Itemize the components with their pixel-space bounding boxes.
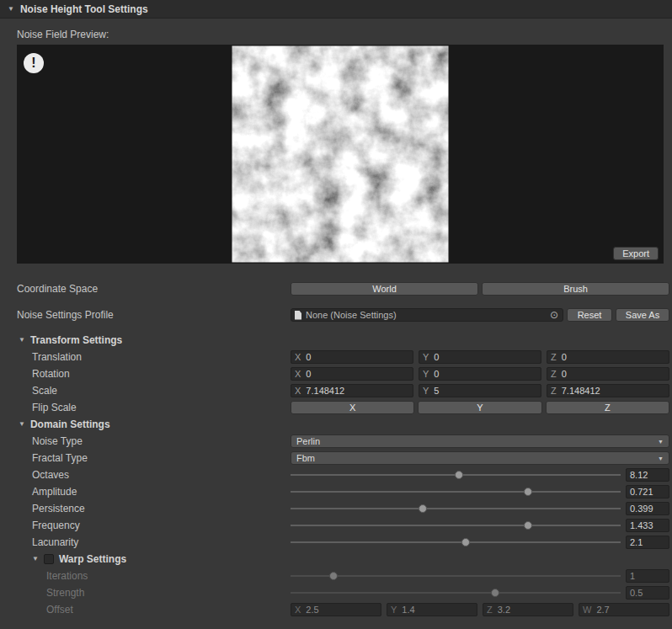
fractal-type-dropdown[interactable]: Fbm ▼	[291, 451, 669, 465]
fractal-type-label: Fractal Type	[17, 452, 291, 464]
octaves-value-field[interactable]: 8.12	[626, 468, 669, 482]
object-picker-icon[interactable]: ⊙	[548, 310, 560, 320]
slider-track[interactable]	[291, 525, 621, 526]
offset-x-value: 2.5	[306, 605, 318, 615]
slider-track[interactable]	[291, 508, 621, 509]
slider-thumb[interactable]	[419, 504, 427, 513]
slider-track[interactable]	[291, 541, 621, 543]
slider-thumb[interactable]	[524, 521, 532, 530]
translation-y-value: 0	[434, 352, 439, 362]
rotation-x-value: 0	[306, 369, 311, 379]
iterations-value-field: 1	[626, 569, 669, 583]
persistence-slider[interactable]	[291, 502, 621, 515]
brush-button[interactable]: Brush	[482, 282, 669, 296]
slider-thumb	[329, 572, 338, 580]
strength-label: Strength	[17, 587, 291, 599]
noise-type-value: Perlin	[296, 436, 320, 446]
warp-settings-title: Warp Settings	[59, 553, 126, 565]
rotation-z-field[interactable]: Z0	[547, 367, 669, 381]
flip-y-button[interactable]: Y	[418, 401, 541, 414]
offset-z-value: 3.2	[498, 605, 510, 615]
foldout-icon[interactable]: ▼	[8, 6, 14, 13]
save-as-button[interactable]: Save As	[616, 308, 669, 322]
profile-row: Noise Settings Profile None (Noise Setti…	[0, 307, 672, 323]
scale-z-value: 7.148412	[562, 386, 600, 396]
offset-y-field: Y1.4	[387, 603, 477, 616]
axis-z-label: Z	[551, 386, 557, 396]
scale-y-field[interactable]: Y5	[419, 384, 541, 397]
translation-x-field[interactable]: X0	[291, 350, 413, 364]
fractal-type-value: Fbm	[296, 453, 315, 463]
domain-settings-header: ▼ Domain Settings	[0, 416, 672, 433]
export-button[interactable]: Export	[613, 247, 659, 260]
scale-z-field[interactable]: Z7.148412	[547, 384, 669, 397]
flip-scale-label: Flip Scale	[17, 402, 291, 413]
strength-slider	[291, 586, 621, 600]
strength-value-field: 0.5	[626, 586, 669, 600]
noise-type-dropdown[interactable]: Perlin ▼	[291, 434, 669, 448]
axis-w-label: W	[583, 605, 591, 615]
foldout-icon[interactable]: ▼	[19, 421, 25, 428]
axis-y-label: Y	[423, 369, 429, 379]
octaves-label: Octaves	[17, 469, 291, 481]
scale-x-value: 7.148412	[306, 386, 344, 396]
panel-title: Noise Height Tool Settings	[20, 3, 148, 15]
amplitude-value-field[interactable]: 0.721	[626, 485, 669, 498]
slider-thumb[interactable]	[524, 488, 532, 496]
object-field-value: None (Noise Settings)	[306, 310, 397, 320]
rotation-y-field[interactable]: Y0	[419, 367, 541, 381]
foldout-icon[interactable]: ▼	[19, 337, 25, 344]
translation-y-field[interactable]: Y0	[419, 350, 541, 364]
lacunarity-value-field[interactable]: 2.1	[626, 536, 669, 549]
octaves-row: Octaves 8.12	[0, 466, 672, 483]
foldout-icon[interactable]: ▼	[32, 556, 39, 562]
amplitude-slider[interactable]	[291, 485, 621, 498]
persistence-row: Persistence 0.399	[0, 500, 672, 517]
chevron-down-icon: ▼	[658, 456, 664, 461]
flip-z-button[interactable]: Z	[546, 401, 669, 414]
world-button[interactable]: World	[291, 282, 478, 296]
noise-settings-object-field[interactable]: None (Noise Settings) ⊙	[291, 308, 563, 322]
coordinate-space-label: Coordinate Space	[17, 283, 291, 295]
frequency-label: Frequency	[17, 520, 291, 531]
panel-titlebar: ▼ Noise Height Tool Settings	[0, 0, 672, 19]
offset-x-field: X2.5	[291, 603, 381, 616]
axis-y-label: Y	[423, 352, 429, 362]
scale-x-field[interactable]: X7.148412	[291, 384, 413, 397]
persistence-label: Persistence	[17, 503, 291, 514]
offset-label: Offset	[17, 604, 291, 616]
chevron-down-icon: ▼	[658, 439, 664, 445]
slider-track[interactable]	[291, 491, 621, 493]
slider-thumb[interactable]	[455, 471, 463, 479]
axis-x-label: X	[295, 605, 301, 615]
axis-y-label: Y	[423, 386, 429, 396]
transform-settings-title: Transform Settings	[30, 334, 122, 346]
axis-y-label: Y	[391, 605, 397, 615]
noise-settings-file-icon	[295, 311, 301, 320]
rotation-label: Rotation	[17, 368, 291, 380]
domain-settings-title: Domain Settings	[30, 418, 110, 430]
flip-x-button[interactable]: X	[291, 401, 414, 414]
frequency-slider[interactable]	[291, 519, 621, 532]
warp-enabled-checkbox[interactable]	[44, 554, 54, 564]
lacunarity-slider[interactable]	[291, 536, 621, 549]
axis-z-label: Z	[551, 352, 557, 362]
persistence-value-field[interactable]: 0.399	[626, 502, 669, 515]
iterations-label: Iterations	[17, 570, 291, 582]
slider-thumb[interactable]	[461, 538, 470, 546]
noise-preview-label: Noise Field Preview:	[17, 29, 672, 40]
translation-z-value: 0	[562, 352, 567, 362]
frequency-value-field[interactable]: 1.433	[626, 519, 669, 532]
coordinate-space-row: Coordinate Space World Brush	[0, 280, 672, 297]
reset-button[interactable]: Reset	[567, 308, 612, 322]
rotation-x-field[interactable]: X0	[291, 367, 413, 381]
translation-z-field[interactable]: Z0	[547, 350, 669, 364]
warp-settings-header: ▼ Warp Settings	[0, 551, 672, 568]
warning-icon: !	[24, 53, 44, 73]
offset-row: Offset X2.5 Y1.4 Z3.2 W2.7	[0, 601, 672, 618]
frequency-row: Frequency 1.433	[0, 517, 672, 534]
iterations-row: Iterations 1	[0, 568, 672, 584]
octaves-slider[interactable]	[291, 468, 621, 482]
translation-x-value: 0	[306, 352, 311, 362]
offset-z-field: Z3.2	[483, 603, 573, 616]
